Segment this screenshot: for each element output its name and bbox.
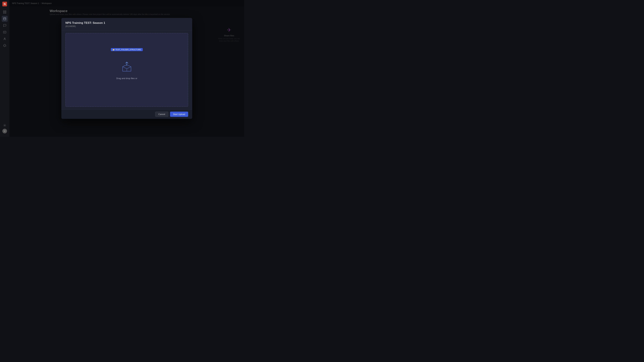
modal-footer: Cancel Start Upload bbox=[62, 109, 192, 119]
modal-overlay: NPS Training TEST: Season 1 (81248096) 📁… bbox=[10, 0, 244, 137]
dashboard-icon[interactable] bbox=[2, 9, 8, 15]
modal-subtitle: (81248096) bbox=[66, 25, 188, 27]
svg-rect-3 bbox=[5, 11, 6, 12]
modal-title: NPS Training TEST: Season 1 bbox=[66, 21, 188, 25]
notifications-icon[interactable] bbox=[2, 42, 8, 49]
main-content: NPS Training TEST: Season 1 / Workspace … bbox=[10, 0, 244, 137]
svg-rect-2 bbox=[3, 11, 4, 12]
drop-zone[interactable]: 📁 TEST_FOLDER_STRUCTURE bbox=[66, 33, 188, 107]
cancel-button[interactable]: Cancel bbox=[155, 112, 168, 117]
folder-chip[interactable]: 📁 TEST_FOLDER_STRUCTURE bbox=[111, 48, 143, 51]
upload-illustration bbox=[120, 60, 134, 74]
media-icon[interactable] bbox=[2, 29, 8, 35]
svg-marker-9 bbox=[4, 32, 5, 32]
modal-header: NPS Training TEST: Season 1 (81248096) bbox=[62, 18, 192, 30]
svg-point-10 bbox=[4, 38, 5, 39]
team-icon[interactable] bbox=[2, 36, 8, 42]
svg-rect-6 bbox=[4, 17, 6, 20]
drop-zone-text: Drag and drop files or bbox=[116, 77, 137, 80]
chip-folder-icon: 📁 bbox=[112, 49, 114, 51]
start-upload-button[interactable]: Start Upload bbox=[170, 112, 188, 117]
svg-text:N: N bbox=[4, 3, 6, 5]
svg-rect-4 bbox=[3, 12, 4, 13]
modal-body: 📁 TEST_FOLDER_STRUCTURE bbox=[62, 30, 192, 109]
svg-point-11 bbox=[4, 125, 5, 126]
messages-icon[interactable] bbox=[2, 22, 8, 28]
user-avatar[interactable]: U bbox=[2, 128, 8, 134]
svg-rect-5 bbox=[5, 12, 6, 13]
app-logo[interactable]: N bbox=[2, 1, 8, 7]
chip-label: TEST_FOLDER_STRUCTURE bbox=[116, 49, 141, 51]
upload-modal: NPS Training TEST: Season 1 (81248096) 📁… bbox=[62, 18, 192, 119]
workspace-icon[interactable] bbox=[2, 16, 8, 22]
settings-icon[interactable] bbox=[2, 122, 8, 128]
sidebar: N bbox=[0, 0, 10, 137]
